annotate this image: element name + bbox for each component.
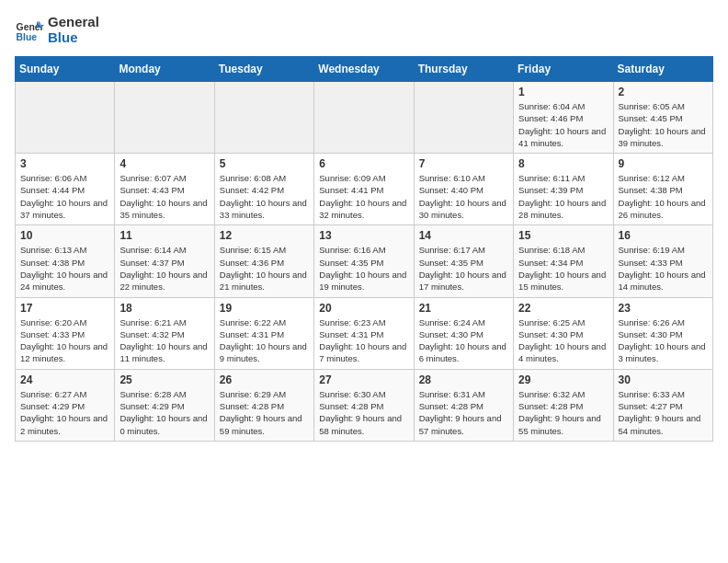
logo: General Blue General Blue — [15, 15, 99, 45]
day-number: 28 — [419, 373, 508, 386]
day-number: 1 — [518, 86, 608, 98]
day-number: 19 — [220, 302, 309, 315]
day-info: Sunrise: 6:22 AM Sunset: 4:31 PM Dayligh… — [220, 316, 309, 365]
calendar-cell: 23Sunrise: 6:26 AM Sunset: 4:30 PM Dayli… — [613, 297, 712, 369]
day-number: 21 — [419, 302, 508, 315]
day-info: Sunrise: 6:10 AM Sunset: 4:40 PM Dayligh… — [419, 172, 508, 221]
logo-icon: General Blue — [15, 16, 44, 45]
calendar-cell: 10Sunrise: 6:13 AM Sunset: 4:38 PM Dayli… — [16, 225, 115, 297]
calendar-cell: 5Sunrise: 6:08 AM Sunset: 4:42 PM Daylig… — [214, 154, 313, 225]
calendar-cell: 3Sunrise: 6:06 AM Sunset: 4:44 PM Daylig… — [16, 154, 115, 225]
day-header-sunday: Sunday — [16, 57, 115, 82]
day-header-friday: Friday — [514, 57, 613, 82]
day-info: Sunrise: 6:09 AM Sunset: 4:41 PM Dayligh… — [319, 172, 408, 221]
calendar-cell: 4Sunrise: 6:07 AM Sunset: 4:43 PM Daylig… — [115, 154, 214, 225]
day-number: 2 — [619, 86, 708, 98]
day-info: Sunrise: 6:20 AM Sunset: 4:33 PM Dayligh… — [20, 316, 109, 365]
day-number: 13 — [319, 229, 408, 242]
calendar-cell: 21Sunrise: 6:24 AM Sunset: 4:30 PM Dayli… — [414, 297, 513, 369]
calendar-cell: 29Sunrise: 6:32 AM Sunset: 4:28 PM Dayli… — [514, 369, 613, 441]
calendar-cell: 18Sunrise: 6:21 AM Sunset: 4:32 PM Dayli… — [115, 297, 214, 369]
svg-text:Blue: Blue — [17, 32, 38, 42]
day-number: 14 — [419, 229, 508, 242]
day-info: Sunrise: 6:25 AM Sunset: 4:30 PM Dayligh… — [518, 316, 608, 365]
day-number: 5 — [220, 157, 309, 170]
day-number: 29 — [518, 373, 608, 386]
day-number: 24 — [20, 373, 109, 386]
day-number: 30 — [619, 373, 708, 386]
day-info: Sunrise: 6:27 AM Sunset: 4:29 PM Dayligh… — [20, 388, 109, 437]
day-number: 4 — [119, 157, 209, 170]
calendar-cell — [115, 82, 214, 154]
day-number: 27 — [319, 373, 408, 386]
calendar-cell: 19Sunrise: 6:22 AM Sunset: 4:31 PM Dayli… — [214, 297, 313, 369]
calendar-cell: 13Sunrise: 6:16 AM Sunset: 4:35 PM Dayli… — [314, 225, 414, 297]
day-number: 3 — [20, 157, 109, 170]
calendar-cell: 9Sunrise: 6:12 AM Sunset: 4:38 PM Daylig… — [613, 154, 712, 225]
day-info: Sunrise: 6:33 AM Sunset: 4:27 PM Dayligh… — [619, 388, 708, 437]
day-header-thursday: Thursday — [414, 57, 513, 82]
day-info: Sunrise: 6:21 AM Sunset: 4:32 PM Dayligh… — [119, 316, 209, 365]
day-info: Sunrise: 6:14 AM Sunset: 4:37 PM Dayligh… — [119, 244, 209, 293]
calendar-cell: 26Sunrise: 6:29 AM Sunset: 4:28 PM Dayli… — [214, 369, 313, 441]
day-number: 18 — [119, 302, 209, 315]
calendar-cell: 28Sunrise: 6:31 AM Sunset: 4:28 PM Dayli… — [414, 369, 513, 441]
day-info: Sunrise: 6:28 AM Sunset: 4:29 PM Dayligh… — [119, 388, 209, 437]
day-number: 6 — [319, 157, 408, 170]
day-number: 22 — [518, 302, 608, 315]
day-number: 9 — [619, 157, 708, 170]
day-number: 16 — [619, 229, 708, 242]
day-header-monday: Monday — [115, 57, 214, 82]
calendar-cell: 2Sunrise: 6:05 AM Sunset: 4:45 PM Daylig… — [613, 82, 712, 154]
calendar-cell: 27Sunrise: 6:30 AM Sunset: 4:28 PM Dayli… — [314, 369, 414, 441]
day-info: Sunrise: 6:29 AM Sunset: 4:28 PM Dayligh… — [220, 388, 309, 437]
logo-blue: Blue — [48, 30, 99, 46]
day-number: 11 — [119, 229, 209, 242]
calendar-cell: 15Sunrise: 6:18 AM Sunset: 4:34 PM Dayli… — [514, 225, 613, 297]
day-info: Sunrise: 6:07 AM Sunset: 4:43 PM Dayligh… — [119, 172, 209, 221]
calendar-cell: 20Sunrise: 6:23 AM Sunset: 4:31 PM Dayli… — [314, 297, 414, 369]
day-info: Sunrise: 6:31 AM Sunset: 4:28 PM Dayligh… — [419, 388, 508, 437]
day-header-tuesday: Tuesday — [214, 57, 313, 82]
day-header-wednesday: Wednesday — [314, 57, 414, 82]
calendar-cell: 17Sunrise: 6:20 AM Sunset: 4:33 PM Dayli… — [16, 297, 115, 369]
calendar-cell: 1Sunrise: 6:04 AM Sunset: 4:46 PM Daylig… — [514, 82, 613, 154]
calendar-cell: 16Sunrise: 6:19 AM Sunset: 4:33 PM Dayli… — [613, 225, 712, 297]
day-number: 7 — [419, 157, 508, 170]
day-info: Sunrise: 6:13 AM Sunset: 4:38 PM Dayligh… — [20, 244, 109, 293]
day-info: Sunrise: 6:24 AM Sunset: 4:30 PM Dayligh… — [419, 316, 508, 365]
day-info: Sunrise: 6:19 AM Sunset: 4:33 PM Dayligh… — [619, 244, 708, 293]
day-number: 8 — [518, 157, 608, 170]
calendar-cell: 14Sunrise: 6:17 AM Sunset: 4:35 PM Dayli… — [414, 225, 513, 297]
day-number: 25 — [119, 373, 209, 386]
day-number: 20 — [319, 302, 408, 315]
calendar-cell: 22Sunrise: 6:25 AM Sunset: 4:30 PM Dayli… — [514, 297, 613, 369]
calendar-cell: 12Sunrise: 6:15 AM Sunset: 4:36 PM Dayli… — [214, 225, 313, 297]
day-number: 23 — [619, 302, 708, 315]
calendar-cell: 6Sunrise: 6:09 AM Sunset: 4:41 PM Daylig… — [314, 154, 414, 225]
calendar-cell: 8Sunrise: 6:11 AM Sunset: 4:39 PM Daylig… — [514, 154, 613, 225]
logo-general: General — [48, 15, 99, 30]
calendar-cell: 11Sunrise: 6:14 AM Sunset: 4:37 PM Dayli… — [115, 225, 214, 297]
day-info: Sunrise: 6:18 AM Sunset: 4:34 PM Dayligh… — [518, 244, 608, 293]
calendar-cell: 24Sunrise: 6:27 AM Sunset: 4:29 PM Dayli… — [16, 369, 115, 441]
day-info: Sunrise: 6:32 AM Sunset: 4:28 PM Dayligh… — [518, 388, 608, 437]
day-number: 17 — [20, 302, 109, 315]
day-info: Sunrise: 6:17 AM Sunset: 4:35 PM Dayligh… — [419, 244, 508, 293]
day-number: 15 — [518, 229, 608, 242]
day-header-saturday: Saturday — [613, 57, 712, 82]
day-info: Sunrise: 6:04 AM Sunset: 4:46 PM Dayligh… — [518, 100, 608, 149]
day-info: Sunrise: 6:05 AM Sunset: 4:45 PM Dayligh… — [619, 100, 708, 149]
day-info: Sunrise: 6:23 AM Sunset: 4:31 PM Dayligh… — [319, 316, 408, 365]
day-info: Sunrise: 6:08 AM Sunset: 4:42 PM Dayligh… — [220, 172, 309, 221]
day-info: Sunrise: 6:06 AM Sunset: 4:44 PM Dayligh… — [20, 172, 109, 221]
day-info: Sunrise: 6:16 AM Sunset: 4:35 PM Dayligh… — [319, 244, 408, 293]
calendar-cell — [214, 82, 313, 154]
calendar-cell: 30Sunrise: 6:33 AM Sunset: 4:27 PM Dayli… — [613, 369, 712, 441]
day-info: Sunrise: 6:26 AM Sunset: 4:30 PM Dayligh… — [619, 316, 708, 365]
header: General Blue General Blue — [15, 15, 713, 45]
day-info: Sunrise: 6:15 AM Sunset: 4:36 PM Dayligh… — [220, 244, 309, 293]
calendar-cell — [314, 82, 414, 154]
day-info: Sunrise: 6:11 AM Sunset: 4:39 PM Dayligh… — [518, 172, 608, 221]
calendar-cell: 25Sunrise: 6:28 AM Sunset: 4:29 PM Dayli… — [115, 369, 214, 441]
